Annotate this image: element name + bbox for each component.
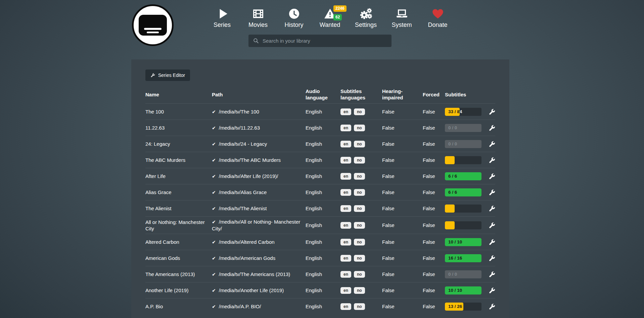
series-name-link[interactable]: The 100	[145, 106, 212, 117]
wrench-icon	[489, 271, 495, 278]
progress-fill: 13 / 26	[445, 303, 463, 311]
subtitle-languages-cell: enno	[340, 203, 382, 214]
subtitle-languages-cell: enno	[340, 285, 382, 296]
series-table: NamePathAudio languageSubtitles language…	[145, 85, 495, 314]
edit-series-button[interactable]	[485, 173, 495, 180]
nav-item-series[interactable]: Series	[204, 7, 240, 29]
column-header-name: Name	[145, 91, 212, 98]
series-name-link[interactable]: The Alienist	[145, 203, 212, 214]
series-path-cell: ✔/media/tv/American Gods	[212, 253, 306, 264]
series-name-link[interactable]: All or Nothing: Manchester City	[145, 217, 212, 234]
series-name-link[interactable]: Alias Grace	[145, 187, 212, 197]
edit-series-button[interactable]	[485, 287, 495, 294]
series-editor-label: Series Editor	[158, 73, 185, 78]
subtitle-languages-cell: enno	[340, 301, 382, 312]
series-path-cell: ✔/media/tv/A.P. BIO/	[212, 301, 306, 312]
edit-series-button[interactable]	[485, 239, 495, 245]
language-badge-en: en	[340, 287, 351, 294]
subtitle-languages-cell: enno	[340, 253, 382, 264]
subtitles-progress-bar: 33 / 8433 / 84	[445, 108, 481, 116]
language-badge-no: no	[354, 108, 365, 115]
series-path-cell: ✔/media/tv/24 - Legacy	[212, 139, 306, 149]
nav-badge: 62	[333, 14, 342, 20]
subtitle-languages-cell: enno	[340, 138, 382, 149]
forced-cell: False	[423, 187, 445, 197]
series-editor-button[interactable]: Series Editor	[145, 70, 190, 81]
subtitles-progress-bar	[445, 221, 481, 229]
nav-item-donate[interactable]: Donate	[420, 7, 456, 29]
nav-item-history[interactable]: History	[276, 7, 312, 29]
forced-cell: False	[423, 171, 445, 181]
wrench-icon	[489, 239, 495, 245]
series-name-link[interactable]: 24: Legacy	[145, 139, 212, 149]
progress-fill: 33 / 84	[445, 108, 460, 116]
series-path: /media/tv/Another Life (2019)	[219, 287, 284, 293]
language-badge-no: no	[354, 205, 365, 212]
series-name-link[interactable]: The Americans (2013)	[145, 269, 212, 279]
table-row: 24: Legacy✔/media/tv/24 - LegacyEnglishe…	[145, 136, 495, 152]
series-name-link[interactable]: Altered Carbon	[145, 237, 212, 247]
edit-series-button[interactable]	[485, 157, 495, 164]
subtitles-progress-bar: 16 / 1616 / 16	[445, 254, 481, 262]
series-name-link[interactable]: American Gods	[145, 253, 212, 263]
series-name-link[interactable]: Another Life (2019)	[145, 285, 212, 296]
hearing-impaired-cell: False	[382, 220, 423, 230]
language-badge-en: en	[340, 239, 351, 245]
language-badge-en: en	[340, 303, 351, 310]
row-actions-cell	[485, 123, 495, 133]
search-bar	[248, 35, 392, 47]
audio-language-cell: English	[306, 155, 340, 165]
series-name-link[interactable]: After Life	[145, 171, 212, 181]
edit-series-button[interactable]	[485, 255, 495, 262]
edit-series-button[interactable]	[485, 205, 495, 212]
nav-item-settings[interactable]: Settings	[348, 7, 384, 29]
subtitles-cell: 6 / 66 / 6	[445, 170, 485, 182]
nav-label: History	[284, 21, 303, 29]
nav-item-wanted[interactable]: Wanted224662	[312, 7, 348, 29]
edit-series-button[interactable]	[485, 303, 495, 310]
column-header-hearing-impaired: Hearing-impaired	[382, 88, 423, 101]
app-logo[interactable]	[132, 4, 174, 46]
hearing-impaired-cell: False	[382, 106, 423, 117]
laptop-icon	[396, 7, 408, 21]
edit-series-button[interactable]	[485, 189, 495, 196]
nav-item-system[interactable]: System	[384, 7, 420, 29]
wrench-icon	[489, 125, 495, 131]
edit-series-button[interactable]	[485, 271, 495, 278]
subtitle-card-icon	[139, 15, 167, 36]
table-row: American Gods✔/media/tv/American GodsEng…	[145, 250, 495, 266]
language-badge-no: no	[354, 303, 365, 310]
main-nav: SeriesMoviesHistoryWanted224662SettingsS…	[204, 7, 456, 29]
table-row: 11.22.63✔/media/tv/11.22.63EnglishennoFa…	[145, 120, 495, 136]
progress-fill: 16 / 16	[445, 254, 481, 262]
series-path: /media/tv/After Life (2019)/	[219, 173, 278, 179]
edit-series-button[interactable]	[485, 125, 495, 131]
check-icon: ✔	[212, 141, 216, 147]
audio-language-cell: English	[306, 269, 340, 279]
row-actions-cell	[485, 203, 495, 214]
audio-language-cell: English	[306, 187, 340, 197]
subtitles-progress-bar: 6 / 66 / 6	[445, 188, 481, 196]
subtitles-cell: 10 / 1010 / 10	[445, 284, 485, 297]
language-badge-no: no	[354, 255, 365, 262]
forced-cell: False	[423, 269, 445, 279]
language-badge-en: en	[340, 271, 351, 278]
gears-icon	[360, 7, 372, 21]
language-badge-no: no	[354, 157, 365, 164]
column-header-subtitles-languages: Subtitles languages	[340, 88, 382, 101]
edit-series-button[interactable]	[485, 222, 495, 229]
table-row: All or Nothing: Manchester City✔/media/t…	[145, 216, 495, 234]
edit-series-button[interactable]	[485, 141, 495, 147]
search-input[interactable]	[259, 38, 392, 44]
subtitles-cell	[445, 202, 485, 215]
subtitles-cell: 6 / 66 / 6	[445, 186, 485, 198]
series-name-link[interactable]: The ABC Murders	[145, 155, 212, 165]
hearing-impaired-cell: False	[382, 171, 423, 181]
nav-item-movies[interactable]: Movies	[240, 7, 276, 29]
edit-series-button[interactable]	[485, 108, 495, 115]
check-icon: ✔	[212, 256, 216, 261]
subtitles-progress-bar: 10 / 1010 / 10	[445, 286, 481, 294]
series-name-link[interactable]: A.P. Bio	[145, 301, 212, 312]
subtitle-languages-cell: enno	[340, 106, 382, 117]
series-name-link[interactable]: 11.22.63	[145, 123, 212, 133]
